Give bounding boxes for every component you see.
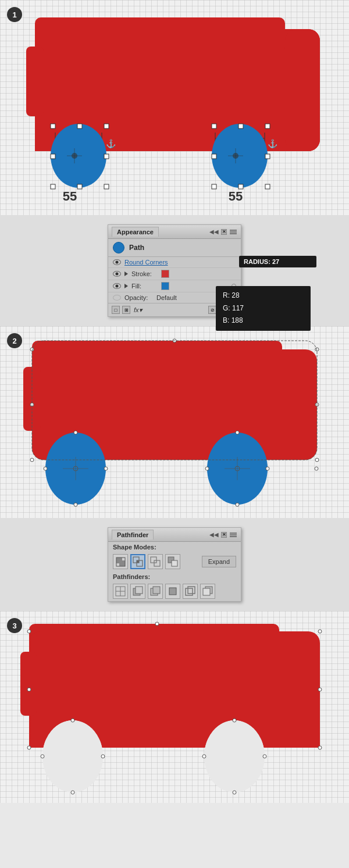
pathfinder-title-bar: Pathfinder ◀◀ ✕ — [108, 528, 241, 542]
meas-left: 55 — [63, 189, 77, 203]
svg-point-106 — [27, 688, 31, 691]
svg-rect-102 — [103, 736, 204, 748]
visibility-icon-3[interactable] — [113, 283, 121, 289]
svg-point-116 — [202, 755, 206, 758]
pf-collapse-btn[interactable]: ◀◀ — [209, 531, 219, 538]
svg-rect-87 — [153, 587, 160, 594]
svg-point-59 — [44, 467, 47, 470]
fx-btn[interactable]: fx▾ — [134, 306, 143, 314]
svg-rect-90 — [188, 587, 195, 594]
svg-rect-34 — [265, 154, 270, 159]
svg-point-50 — [315, 458, 319, 462]
svg-rect-21 — [51, 184, 55, 189]
new-layer-icon[interactable]: □ — [112, 306, 120, 314]
outline-btn[interactable] — [183, 584, 198, 599]
stroke-row: Stroke: — [108, 268, 241, 280]
minus-back-btn[interactable] — [200, 584, 215, 599]
section-3: 3 — [0, 611, 349, 803]
svg-rect-1 — [35, 17, 285, 52]
section-3-canvas — [0, 611, 349, 803]
close-btn[interactable]: ✕ — [221, 229, 227, 235]
pf-close-btn[interactable]: ✕ — [221, 532, 227, 538]
round-corners-row: Round Corners RADIUS: 27 — [108, 257, 241, 268]
pathfinder-panel-area: Pathfinder ◀◀ ✕ Shape Modes: — [0, 518, 349, 611]
svg-rect-26 — [104, 154, 109, 159]
section-1: 1 — [0, 0, 349, 215]
svg-rect-27 — [212, 124, 216, 128]
rgb-tooltip: R: 28 G: 117 B: 188 — [216, 286, 311, 331]
path-label: Path — [129, 244, 144, 252]
svg-rect-72 — [119, 560, 125, 566]
visibility-icon-2[interactable] — [113, 271, 121, 277]
collapse-btn[interactable]: ◀◀ — [209, 228, 219, 235]
exclude-btn[interactable] — [148, 554, 163, 569]
panel-title-bar: Appearance ◀◀ ✕ — [108, 225, 241, 239]
step-badge-2: 2 — [7, 333, 22, 348]
svg-rect-19 — [51, 124, 55, 128]
rgb-r: R: 28 — [223, 290, 304, 302]
visibility-icon-1[interactable] — [113, 259, 121, 265]
svg-rect-89 — [186, 588, 193, 595]
merge-btn[interactable] — [148, 584, 163, 599]
intersect-btn[interactable] — [130, 554, 145, 569]
minus-front-btn[interactable] — [165, 554, 180, 569]
pf-menu-btn[interactable] — [229, 531, 237, 539]
svg-rect-103 — [29, 736, 42, 748]
svg-point-60 — [104, 467, 108, 470]
expand-btn[interactable]: Expand — [202, 556, 236, 567]
svg-point-47 — [30, 458, 34, 462]
svg-rect-28 — [265, 124, 270, 128]
pathfinders-label: Pathfinders: — [108, 571, 241, 581]
clear-icon[interactable]: ⊘ — [208, 306, 216, 314]
section-1-canvas: ⚓ ⚓ 55 55 — [0, 0, 349, 215]
pathfinders-row — [108, 581, 241, 601]
round-corners-link[interactable]: Round Corners — [124, 259, 168, 266]
trim-btn[interactable] — [130, 584, 145, 599]
svg-rect-30 — [265, 184, 270, 189]
svg-rect-32 — [238, 184, 243, 189]
svg-rect-31 — [238, 124, 243, 128]
svg-point-119 — [233, 791, 236, 794]
appearance-panel-area: Appearance ◀◀ ✕ Path Round Corners RADIU… — [0, 215, 349, 326]
menu-btn[interactable] — [229, 228, 237, 236]
svg-point-65 — [236, 431, 239, 434]
svg-point-117 — [263, 755, 266, 758]
svg-rect-92 — [203, 588, 210, 595]
duplicate-icon[interactable]: ⊞ — [122, 306, 130, 314]
pathfinder-tab[interactable]: Pathfinder — [112, 530, 154, 540]
svg-rect-41 — [32, 341, 282, 373]
appearance-tab[interactable]: Appearance — [112, 227, 159, 237]
shape-icon — [113, 242, 124, 253]
expand-arrow-stroke[interactable] — [124, 272, 128, 276]
svg-point-118 — [233, 719, 236, 722]
svg-point-109 — [318, 688, 322, 691]
svg-point-66 — [236, 503, 239, 506]
step-badge-3: 3 — [7, 618, 22, 633]
svg-rect-3 — [285, 29, 320, 151]
expand-arrow-fill[interactable] — [124, 284, 128, 288]
svg-point-115 — [71, 791, 74, 794]
stroke-swatch[interactable] — [161, 270, 169, 278]
svg-point-111 — [155, 622, 159, 626]
svg-point-107 — [27, 746, 31, 749]
svg-rect-29 — [212, 184, 216, 189]
crop-btn[interactable] — [165, 584, 180, 599]
divide-btn[interactable] — [113, 584, 128, 599]
visibility-icon-4[interactable] — [113, 295, 121, 301]
svg-rect-33 — [212, 154, 216, 159]
fill-swatch[interactable] — [161, 282, 169, 290]
unite-btn[interactable] — [113, 554, 128, 569]
svg-point-61 — [74, 431, 77, 434]
fill-row: Fill: R: 28 G: 117 B: 188 — [108, 280, 241, 292]
opacity-value: Default — [156, 294, 177, 301]
svg-point-113 — [101, 755, 105, 758]
svg-point-100 — [42, 720, 103, 792]
svg-rect-25 — [51, 154, 55, 159]
svg-rect-4 — [26, 47, 44, 116]
opacity-label: Opacity: — [124, 294, 151, 301]
pathfinder-panel: Pathfinder ◀◀ ✕ Shape Modes: — [108, 527, 241, 602]
svg-rect-77 — [151, 557, 156, 563]
svg-point-63 — [205, 467, 209, 470]
svg-point-112 — [41, 755, 44, 758]
svg-rect-23 — [77, 124, 82, 128]
